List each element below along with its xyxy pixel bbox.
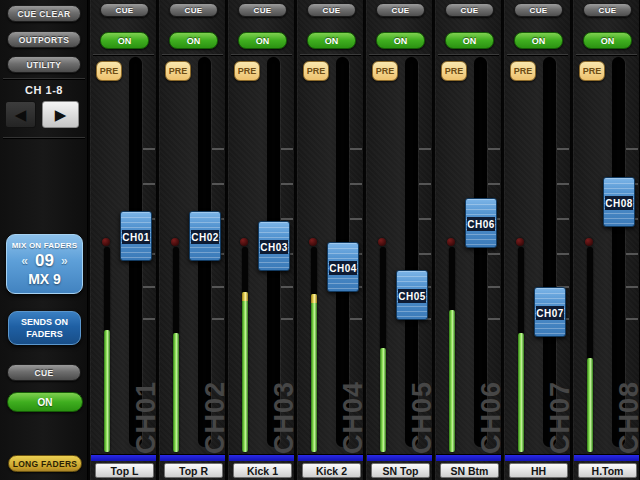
channel-on-button[interactable]: ON [514,32,563,49]
level-meter-peak-segment [311,294,317,303]
channel-name-label[interactable]: Kick 1 [233,463,292,478]
strip-divider [300,54,361,55]
channel-on-button[interactable]: ON [583,32,632,49]
channel-strip: CUE ON PRE CH05 CH05 SN Top [366,0,433,480]
channel-color-bar [367,454,432,461]
strip-divider [93,54,154,55]
utility-button[interactable]: UTILITY [7,56,81,73]
channel-strip: CUE ON PRE CH06 CH06 SN Btm [435,0,502,480]
mix-on-faders-panel[interactable]: MIX ON FADERS « 09 » MX 9 [6,234,83,294]
strip-divider [231,54,292,55]
channel-color-bar [160,454,225,461]
fader-handle-label: CH06 [467,217,495,231]
mix-next-icon[interactable]: » [61,254,68,268]
channel-cue-button[interactable]: CUE [376,3,425,17]
channel-on-button[interactable]: ON [169,32,218,49]
fader-handle[interactable]: CH03 [258,221,290,271]
peak-led-icon [171,238,179,246]
outports-button[interactable]: OUTPORTS [7,31,81,48]
level-meter-fill [104,330,110,452]
channel-watermark: CH08 [616,381,640,454]
channel-watermark: CH06 [478,381,504,454]
mix-number: 09 [35,251,54,271]
mix-prev-icon[interactable]: « [21,254,28,268]
cue-clear-button[interactable]: CUE CLEAR [7,5,81,22]
channel-color-bar [436,454,501,461]
pre-badge[interactable]: PRE [234,61,260,81]
level-meter-fill [242,292,248,452]
channel-name-label[interactable]: Top R [164,463,223,478]
channel-bank-label: CH 1-8 [0,84,88,96]
strip-divider [576,54,637,55]
arrow-right-icon: ▶ [55,106,67,124]
fader-handle-label: CH01 [122,230,150,244]
fader-handle[interactable]: CH04 [327,242,359,292]
master-cue-button[interactable]: CUE [7,364,81,381]
channel-name-label[interactable]: H.Tom [578,463,637,478]
channel-cue-button[interactable]: CUE [100,3,149,17]
strip-divider [369,54,430,55]
channel-name-label[interactable]: Top L [95,463,154,478]
channel-watermark: CH02 [202,381,228,454]
channel-cue-button[interactable]: CUE [238,3,287,17]
channel-name-label[interactable]: Kick 2 [302,463,361,478]
peak-led-icon [102,238,110,246]
level-meter-fill [518,333,524,452]
mix-bus-name: MX 9 [7,271,82,287]
channel-on-button[interactable]: ON [307,32,356,49]
channel-cue-button[interactable]: CUE [307,3,356,17]
peak-led-icon [447,238,455,246]
sends-on-faders-button[interactable]: SENDS ON FADERS [8,311,81,345]
long-faders-button[interactable]: LONG FADERS [8,455,82,472]
channel-color-bar [298,454,363,461]
channel-cue-button[interactable]: CUE [169,3,218,17]
sidebar: CUE CLEAR OUTPORTS UTILITY CH 1-8 ◀ ▶ MI… [0,0,88,480]
fader-handle[interactable]: CH07 [534,287,566,337]
sidebar-divider [3,78,85,79]
pre-badge[interactable]: PRE [579,61,605,81]
channel-name-label[interactable]: SN Top [371,463,430,478]
sends-on-faders-line1: SENDS ON [21,316,68,328]
level-meter-fill [449,310,455,452]
channel-strip: CUE ON PRE CH03 CH03 Kick 1 [228,0,295,480]
level-meter-fill [311,294,317,452]
sidebar-divider [3,137,85,138]
level-meter-peak-segment [242,292,248,301]
channel-watermark: CH01 [133,381,159,454]
pre-badge[interactable]: PRE [165,61,191,81]
channel-color-bar [505,454,570,461]
channel-name-label[interactable]: HH [509,463,568,478]
peak-led-icon [585,238,593,246]
pre-badge[interactable]: PRE [510,61,536,81]
channel-on-button[interactable]: ON [100,32,149,49]
pre-badge[interactable]: PRE [96,61,122,81]
peak-led-icon [240,238,248,246]
channel-on-button[interactable]: ON [445,32,494,49]
channel-strip: CUE ON PRE CH04 CH04 Kick 2 [297,0,364,480]
level-meter-fill [380,348,386,452]
bank-next-button[interactable]: ▶ [42,101,79,128]
channel-on-button[interactable]: ON [376,32,425,49]
fader-handle-label: CH02 [191,230,219,244]
channel-name-label[interactable]: SN Btm [440,463,499,478]
strip-divider [162,54,223,55]
fader-handle[interactable]: CH02 [189,211,221,261]
bank-prev-button[interactable]: ◀ [5,101,36,128]
channel-strip: CUE ON PRE CH01 CH01 Top L [90,0,157,480]
channel-cue-button[interactable]: CUE [445,3,494,17]
fader-handle[interactable]: CH06 [465,198,497,248]
channel-color-bar [574,454,639,461]
pre-badge[interactable]: PRE [372,61,398,81]
fader-handle[interactable]: CH01 [120,211,152,261]
sends-on-faders-line2: FADERS [26,328,63,340]
channel-on-button[interactable]: ON [238,32,287,49]
channel-strip: CUE ON PRE CH02 CH02 Top R [159,0,226,480]
master-on-button[interactable]: ON [7,392,83,412]
pre-badge[interactable]: PRE [441,61,467,81]
pre-badge[interactable]: PRE [303,61,329,81]
fader-handle[interactable]: CH08 [603,177,635,227]
channel-cue-button[interactable]: CUE [583,3,632,17]
fader-handle-label: CH08 [605,196,633,210]
channel-cue-button[interactable]: CUE [514,3,563,17]
fader-handle[interactable]: CH05 [396,270,428,320]
